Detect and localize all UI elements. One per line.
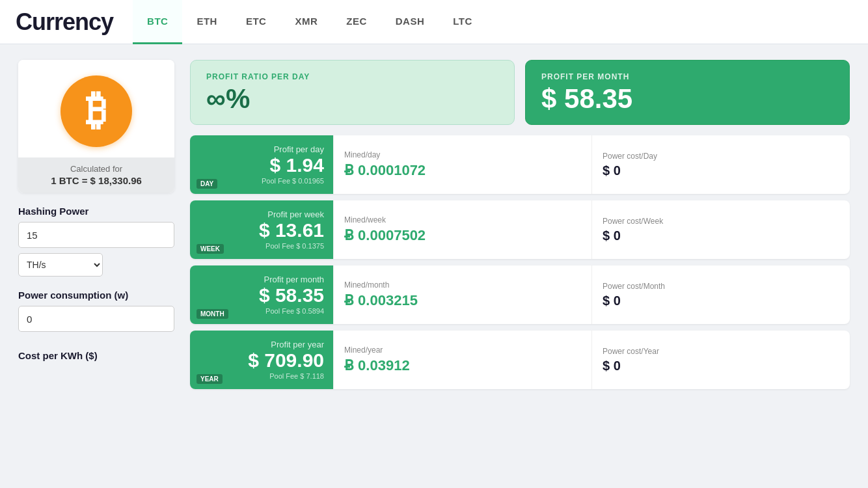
hashing-power-label: Hashing Power <box>18 206 174 217</box>
data-rows: Profit per day $ 1.94 Pool Fee $ 0.01965… <box>190 135 850 389</box>
calc-label: Calculated for <box>26 164 167 174</box>
power-consumption-section: Power consumption (w) <box>18 290 174 337</box>
btc-symbol: ₿ <box>86 89 107 133</box>
coin-card: ₿ Calculated for 1 BTC = $ 18,330.96 <box>18 60 174 193</box>
mined-label-day: Mined/day <box>344 150 581 159</box>
hashing-power-section: Hashing Power TH/s GH/s MH/s <box>18 206 174 277</box>
period-badge-week: Week <box>197 244 224 254</box>
left-panel: ₿ Calculated for 1 BTC = $ 18,330.96 Has… <box>18 60 174 472</box>
page-title: Currency <box>16 8 113 36</box>
mined-cell-day: Mined/day Ƀ 0.0001072 <box>333 135 591 194</box>
tab-etc[interactable]: ETC <box>232 0 281 44</box>
power-cost-value-day: $ 0 <box>603 163 839 178</box>
power-cost-value-week: $ 0 <box>603 228 839 243</box>
tab-ltc[interactable]: LTC <box>439 0 487 44</box>
mined-cell-week: Mined/week Ƀ 0.0007502 <box>333 200 591 259</box>
data-row-day: Profit per day $ 1.94 Pool Fee $ 0.01965… <box>190 135 850 194</box>
power-consumption-label: Power consumption (w) <box>18 290 174 301</box>
profit-value-week: $ 13.61 <box>199 219 324 241</box>
month-label: PROFIT PER MONTH <box>541 72 834 81</box>
tab-zec[interactable]: ZEC <box>332 0 381 44</box>
summary-card-ratio: PROFIT RATIO PER DAY ∞% <box>190 60 515 125</box>
currency-tabs: BTCETHETCXMRZECDASHLTC <box>133 0 487 44</box>
cost-kwh-label: Cost per KWh ($) <box>18 350 174 361</box>
mined-label-week: Mined/week <box>344 215 581 224</box>
main-content: ₿ Calculated for 1 BTC = $ 18,330.96 Has… <box>0 44 868 488</box>
profit-value-month: $ 58.35 <box>199 284 324 306</box>
hashing-power-input[interactable] <box>18 222 174 248</box>
profit-label-week: Profit per week <box>199 210 324 219</box>
power-cost-label-year: Power cost/Year <box>603 347 839 356</box>
ratio-label: PROFIT RATIO PER DAY <box>206 72 498 81</box>
power-cost-label-week: Power cost/Week <box>603 217 839 226</box>
power-cost-value-year: $ 0 <box>603 359 839 373</box>
coin-price-area: Calculated for 1 BTC = $ 18,330.96 <box>18 157 174 193</box>
mined-value-month: Ƀ 0.003215 <box>344 292 581 309</box>
hashing-unit-select[interactable]: TH/s GH/s MH/s <box>18 253 103 277</box>
data-row-left-day: Profit per day $ 1.94 Pool Fee $ 0.01965… <box>190 135 333 194</box>
price-value: 1 BTC = $ 18,330.96 <box>26 175 167 186</box>
mined-cell-month: Mined/month Ƀ 0.003215 <box>333 265 591 324</box>
profit-value-day: $ 1.94 <box>199 154 324 176</box>
coin-icon-area: ₿ <box>18 60 174 157</box>
power-input[interactable] <box>18 306 174 332</box>
data-row-left-month: Profit per month $ 58.35 Pool Fee $ 0.58… <box>190 265 333 324</box>
profit-label-day: Profit per day <box>199 144 324 154</box>
mined-label-month: Mined/month <box>344 280 581 290</box>
data-row-week: Profit per week $ 13.61 Pool Fee $ 0.137… <box>190 200 850 259</box>
period-badge-year: Year <box>197 374 223 384</box>
mined-value-week: Ƀ 0.0007502 <box>344 227 581 244</box>
summary-row: PROFIT RATIO PER DAY ∞% PROFIT PER MONTH… <box>190 60 850 125</box>
power-cell-month: Power cost/Month $ 0 <box>591 265 850 324</box>
power-cost-label-month: Power cost/Month <box>603 282 839 291</box>
data-row-year: Profit per year $ 709.90 Pool Fee $ 7.11… <box>190 331 850 389</box>
profit-label-year: Profit per year <box>199 340 324 349</box>
ratio-value: ∞% <box>206 85 498 113</box>
mined-label-year: Mined/year <box>344 346 581 355</box>
period-badge-day: Day <box>197 179 217 189</box>
power-cell-day: Power cost/Day $ 0 <box>591 135 850 194</box>
mined-value-year: Ƀ 0.03912 <box>344 357 581 374</box>
summary-card-month: PROFIT PER MONTH $ 58.35 <box>525 60 850 125</box>
power-cost-value-month: $ 0 <box>603 293 839 308</box>
mined-cell-year: Mined/year Ƀ 0.03912 <box>333 331 591 389</box>
right-panel: PROFIT RATIO PER DAY ∞% PROFIT PER MONTH… <box>190 60 850 472</box>
power-cell-week: Power cost/Week $ 0 <box>591 200 850 259</box>
data-row-left-week: Profit per week $ 13.61 Pool Fee $ 0.137… <box>190 200 333 259</box>
tab-dash[interactable]: DASH <box>381 0 439 44</box>
cost-kwh-section: Cost per KWh ($) <box>18 350 174 361</box>
tab-btc[interactable]: BTC <box>133 0 182 44</box>
header: Currency BTCETHETCXMRZECDASHLTC <box>0 0 868 44</box>
profit-value-year: $ 709.90 <box>199 349 324 371</box>
power-cost-label-day: Power cost/Day <box>603 152 839 161</box>
month-value: $ 58.35 <box>541 85 834 113</box>
btc-icon-circle: ₿ <box>61 75 132 147</box>
profit-label-month: Profit per month <box>199 275 324 284</box>
tab-xmr[interactable]: XMR <box>280 0 332 44</box>
data-row-month: Profit per month $ 58.35 Pool Fee $ 0.58… <box>190 265 850 324</box>
power-cell-year: Power cost/Year $ 0 <box>591 331 850 389</box>
pool-fee-day: Pool Fee $ 0.01965 <box>199 177 324 185</box>
data-row-left-year: Profit per year $ 709.90 Pool Fee $ 7.11… <box>190 331 333 389</box>
period-badge-month: Month <box>197 309 228 319</box>
mined-value-day: Ƀ 0.0001072 <box>344 162 581 179</box>
tab-eth[interactable]: ETH <box>182 0 232 44</box>
